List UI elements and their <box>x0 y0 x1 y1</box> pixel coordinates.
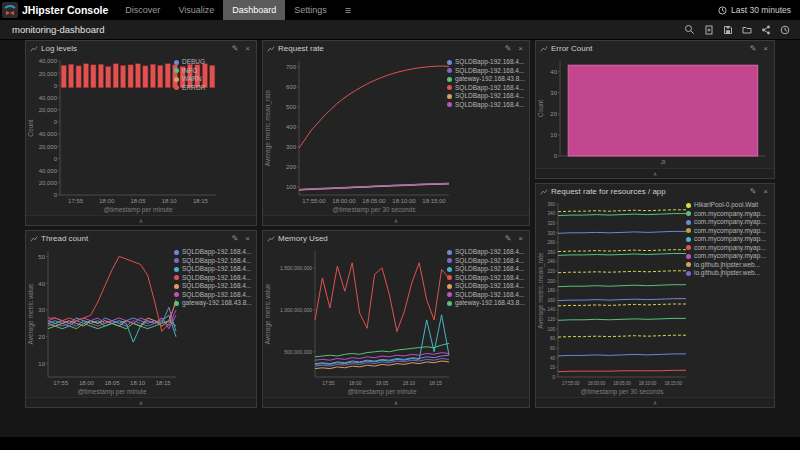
panel-collapse-button[interactable]: ∧ <box>536 168 774 178</box>
legend-item[interactable]: SQLDBapp-192.168.4... <box>447 92 527 101</box>
legend-item[interactable]: SQLDBapp-192.168.4... <box>447 248 527 257</box>
panel-close-button[interactable]: × <box>243 45 252 53</box>
legend-item[interactable]: com.mycompany.myap... <box>686 210 772 219</box>
legend-item[interactable]: SQLDBapp-192.168.4... <box>447 257 527 266</box>
svg-text:18:10: 18:10 <box>130 380 146 386</box>
panel-title: Error Count <box>551 44 745 53</box>
panel-edit-button[interactable]: ✎ <box>503 45 514 53</box>
legend-item[interactable]: com.mycompany.myap... <box>686 227 772 236</box>
svg-text:140: 140 <box>547 307 555 312</box>
svg-text:18:00:00: 18:00:00 <box>588 381 606 386</box>
legend-item[interactable]: gateway-192.168.43.8... <box>447 75 527 84</box>
panel-body: 504030201017:5518:0018:0518:1018:15@time… <box>26 246 256 397</box>
panel-header[interactable]: Request rate for resources / app ✎ × <box>536 184 774 199</box>
panel-collapse-button[interactable]: ∧ <box>26 397 256 407</box>
svg-text:300: 300 <box>547 231 555 236</box>
legend-item[interactable]: SQLDBapp-192.168.4... <box>174 274 254 283</box>
legend-item[interactable]: gateway-192.168.43.8... <box>174 299 254 308</box>
legend-item[interactable]: SQLDBapp-192.168.4... <box>447 282 527 291</box>
panel-title: Request rate <box>278 44 500 53</box>
svg-text:17:55: 17:55 <box>322 380 335 386</box>
legend-item[interactable]: SQLDBapp-192.168.4... <box>174 248 254 257</box>
panel-header[interactable]: Request rate ✎ × <box>263 41 529 56</box>
panel-edit-button[interactable]: ✎ <box>503 235 514 243</box>
panel-header[interactable]: Log levels ✎ × <box>26 41 256 56</box>
panel-close-button[interactable]: × <box>243 235 252 243</box>
svg-text:JI: JI <box>661 159 666 165</box>
svg-text:280: 280 <box>547 240 555 245</box>
new-dashboard-button[interactable] <box>699 21 718 38</box>
svg-text:300: 300 <box>286 144 297 150</box>
legend-item[interactable]: SQLDBapp-192.168.4... <box>174 282 254 291</box>
legend-item[interactable]: SQLDBapp-192.168.4... <box>174 265 254 274</box>
panel-header[interactable]: Memory Used ✎ × <box>263 231 529 246</box>
legend-item[interactable]: SQLDBapp-192.168.4... <box>447 265 527 274</box>
legend-item[interactable]: SQLDBapp-192.168.4... <box>174 291 254 300</box>
panel-request-rate-resources: Request rate for resources / app ✎ × 360… <box>535 183 775 408</box>
legend-item[interactable]: SQLDBapp-192.168.4... <box>447 291 527 300</box>
panel-close-button[interactable]: × <box>761 45 770 53</box>
panel-close-button[interactable]: × <box>516 235 525 243</box>
chart-legend: DEBUGINFOWARNERROR <box>174 58 254 92</box>
svg-text:18:10:00: 18:10:00 <box>639 381 657 386</box>
legend-item[interactable]: INFO <box>174 67 254 76</box>
panel-edit-button[interactable]: ✎ <box>748 45 759 53</box>
timepicker-button[interactable] <box>775 21 794 38</box>
panel-edit-button[interactable]: ✎ <box>230 235 241 243</box>
panel-close-button[interactable]: × <box>516 45 525 53</box>
panel-collapse-button[interactable]: ∧ <box>26 215 256 225</box>
legend-item[interactable]: ERROR <box>174 84 254 93</box>
query-input[interactable] <box>110 22 680 38</box>
svg-text:18:10: 18:10 <box>162 198 178 204</box>
legend-item[interactable]: com.mycompany.myap... <box>686 252 772 261</box>
legend-item[interactable]: SQLDBapp-192.168.4... <box>447 58 527 67</box>
nav-item-discover[interactable]: Discover <box>116 0 169 20</box>
svg-text:0: 0 <box>552 375 555 380</box>
open-button[interactable] <box>737 21 756 38</box>
panel-header[interactable]: Thread count ✎ × <box>26 231 256 246</box>
panel-close-button[interactable]: × <box>761 188 770 196</box>
nav-item-dashboard[interactable]: Dashboard <box>223 0 285 20</box>
legend-item[interactable]: SQLDBapp-192.168.4... <box>447 101 527 110</box>
chart-icon <box>267 235 275 243</box>
nav-item-settings[interactable]: Settings <box>285 0 336 20</box>
svg-text:340: 340 <box>547 211 555 216</box>
legend-item[interactable]: com.mycompany.myap... <box>686 244 772 253</box>
legend-item[interactable]: DEBUG <box>174 58 254 67</box>
panel-header[interactable]: Error Count ✎ × <box>536 41 774 56</box>
legend-item[interactable]: SQLDBapp-192.168.4... <box>174 257 254 266</box>
svg-text:40: 40 <box>550 356 556 361</box>
legend-item[interactable]: SQLDBapp-192.168.4... <box>447 84 527 93</box>
legend-item[interactable]: io.github.jhipster.web... <box>686 261 772 270</box>
legend-item[interactable]: io.github.jhipster.web... <box>686 269 772 278</box>
error-count-chart[interactable]: 403020100JICount <box>536 56 774 168</box>
legend-item[interactable]: HikariPool-0.pool.Wait <box>686 201 772 210</box>
panel-collapse-button[interactable]: ∧ <box>263 215 529 225</box>
legend-item[interactable]: SQLDBapp-192.168.4... <box>447 67 527 76</box>
panel-collapse-button[interactable]: ∧ <box>536 397 774 407</box>
legend-item[interactable]: com.mycompany.myap... <box>686 235 772 244</box>
svg-text:320: 320 <box>547 221 555 226</box>
nav-item-visualize[interactable]: Visualize <box>169 0 223 20</box>
search-button[interactable] <box>680 21 699 38</box>
legend-item[interactable]: SQLDBapp-192.168.4... <box>447 274 527 283</box>
top-navbar: JHipster Console Discover Visualize Dash… <box>0 0 800 20</box>
svg-text:18:15: 18:15 <box>156 380 172 386</box>
svg-text:0: 0 <box>54 156 58 162</box>
svg-text:360: 360 <box>547 202 555 207</box>
panel-collapse-button[interactable]: ∧ <box>263 397 529 407</box>
panel-edit-button[interactable]: ✎ <box>230 45 241 53</box>
save-button[interactable] <box>718 21 737 38</box>
svg-text:80: 80 <box>550 336 556 341</box>
legend-item[interactable]: gateway-192.168.43.8... <box>447 299 527 308</box>
hamburger-menu-icon[interactable]: ≡ <box>336 0 360 20</box>
panel-edit-button[interactable]: ✎ <box>748 188 759 196</box>
time-filter-button[interactable]: Last 30 minutes <box>709 0 800 20</box>
legend-item[interactable]: com.mycompany.myap... <box>686 218 772 227</box>
dashboard-title: monitoring-dashboard <box>6 24 110 35</box>
share-button[interactable] <box>756 21 775 38</box>
legend-item[interactable]: WARN <box>174 75 254 84</box>
svg-text:@timestamp per 30 seconds: @timestamp per 30 seconds <box>333 206 417 214</box>
app-logo[interactable]: JHipster Console <box>0 0 116 20</box>
clock-icon <box>780 25 790 35</box>
